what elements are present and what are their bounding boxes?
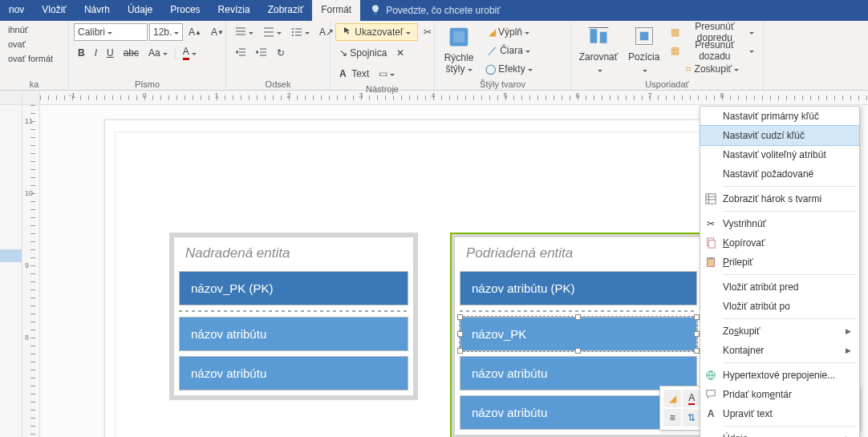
shapes-panel[interactable] (0, 105, 22, 437)
mini-fill-button[interactable]: ◢ (663, 390, 681, 407)
bold-button[interactable]: B (74, 44, 89, 62)
menu-set-primary-key[interactable]: Nastaviť primárny kľúč (700, 107, 859, 126)
tab-proces[interactable]: Proces (161, 0, 209, 21)
menu-group[interactable]: Zoskupiť▶ (700, 322, 859, 341)
ribbon-group-clipboard-label: ka (5, 78, 63, 89)
paste-icon (704, 256, 717, 269)
group-icon: ⌗ (686, 63, 692, 75)
shapesheet-icon (704, 192, 717, 205)
ribbon-group-font: Calibri 12b. A▲ A▼ B I U abc Aa A Písmo (69, 21, 226, 90)
tab-revizia[interactable]: Revízia (209, 0, 259, 21)
resize-handle-w[interactable] (457, 331, 463, 337)
pointer-tool-button[interactable]: Ukazovateľ (335, 23, 418, 41)
font-color-button[interactable]: A (179, 44, 201, 62)
rotate-text-button[interactable]: ↻ (273, 44, 289, 62)
menu-container[interactable]: Kontajner▶ (700, 341, 859, 360)
entity-parent[interactable]: Nadradená entita názov_PK (PK) názov atr… (169, 233, 418, 400)
horizontal-ruler[interactable]: -1 0 1 2 3 4 5 6 7 8 (40, 91, 868, 104)
svg-rect-11 (708, 241, 715, 249)
svg-rect-4 (453, 31, 464, 42)
menu-insert-attr-before[interactable]: Vložiť atribút pred (700, 277, 859, 297)
mini-autoconnect-button[interactable]: ⇅ (683, 409, 700, 427)
text-tool-button[interactable]: A Text (335, 65, 373, 83)
ribbon-group-clipboard: ihnúť ovať ovať formát ka (0, 21, 69, 90)
resize-handle-ne[interactable] (694, 314, 700, 320)
menu-cut[interactable]: ✂ Vystrihnúť (700, 214, 859, 233)
resize-handle-n[interactable] (575, 314, 581, 320)
comment-icon (704, 388, 717, 401)
entity-parent-title[interactable]: Nadradená entita (174, 237, 413, 266)
cut-tool-button[interactable]: ✂ (420, 23, 436, 41)
entity-parent-attr1[interactable]: názov atribútu (179, 317, 408, 351)
menu-insert-attr-after[interactable]: Vložiť atribút po (700, 297, 859, 316)
align-button[interactable]: Zarovnať (576, 23, 621, 76)
tab-nov[interactable]: nov (0, 0, 33, 21)
send-backward-button[interactable]: ▦ Presunúť dozadu (667, 42, 758, 59)
shape-fill-button[interactable]: ◢ Výplň (481, 23, 537, 41)
vertical-ruler[interactable]: 11 10 9 8 (22, 105, 40, 437)
font-name-dropdown[interactable]: Calibri (74, 23, 148, 41)
svg-rect-6 (600, 31, 607, 42)
cut-button[interactable]: ihnúť (5, 23, 56, 36)
decrease-font-button[interactable]: A▼ (207, 23, 228, 41)
entity-parent-pk[interactable]: názov_PK (PK) (179, 271, 408, 305)
font-size-dropdown[interactable]: 12b. (149, 23, 183, 41)
menu-copy[interactable]: Kopírovať (700, 233, 859, 253)
resize-handle-se[interactable] (694, 348, 700, 354)
ribbon-group-tools: Ukazovateľ ✂ ↘ Spojnica ✕ A Text ▭ Nástr… (331, 21, 435, 90)
menu-hyperlink[interactable]: Hypertextové prepojenie... (700, 366, 859, 385)
copy-button[interactable]: ovať (5, 38, 56, 51)
tab-udaje[interactable]: Údaje (119, 0, 161, 21)
tab-navrh[interactable]: Návrh (75, 0, 119, 21)
decrease-indent-button[interactable] (231, 44, 250, 62)
underline-button[interactable]: U (103, 44, 118, 62)
shape-effects-button[interactable]: ◯ Efekty (481, 60, 537, 78)
strikethrough-button[interactable]: abc (120, 44, 143, 62)
menu-paste[interactable]: Prilepiť (700, 253, 859, 272)
entity-child-title[interactable]: Podriadená entita (455, 237, 702, 266)
connection-point-button[interactable]: ✕ (392, 44, 408, 62)
entity-child-pk[interactable]: názov atribútu (PK) (460, 271, 697, 305)
workspace: 11 10 9 8 Nadradená entita názov_PK (PK)… (0, 105, 868, 437)
bring-forward-button[interactable]: ▦ Presunúť dopredu (667, 23, 758, 41)
menu-set-required[interactable]: Nastaviť požadované (700, 164, 859, 184)
tab-zobrazit[interactable]: Zobraziť (259, 0, 313, 21)
menu-set-foreign-key[interactable]: Nastaviť cudzí kľúč (700, 126, 859, 145)
connector-tool-button[interactable]: ↘ Spojnica (335, 44, 391, 62)
menu-show-shapesheet[interactable]: Zobraziť hárok s tvarmi (700, 189, 859, 208)
quick-styles-button[interactable]: Rýchleštýly (440, 23, 478, 76)
menu-data[interactable]: Údaje▶ (700, 429, 859, 437)
position-button[interactable]: Pozícia (624, 23, 663, 76)
menu-edit-text[interactable]: A Upraviť text (700, 404, 859, 423)
entity-parent-attr2[interactable]: názov atribútu (179, 356, 408, 390)
format-painter-button[interactable]: ovať formát (5, 52, 56, 65)
align-vertical-button[interactable] (259, 23, 286, 41)
svg-rect-13 (708, 257, 712, 260)
autoconnect-icon: ⇅ (688, 412, 696, 423)
shape-line-button[interactable]: ／ Čiara (481, 42, 537, 59)
entity-child-fk-selected[interactable]: názov_PK (460, 317, 697, 351)
tab-format[interactable]: Formát (312, 0, 360, 21)
bullets-button[interactable] (287, 23, 314, 41)
increase-indent-button[interactable] (252, 44, 271, 62)
scissors-icon: ✂ (424, 26, 432, 38)
ribbon-group-arrange: Zarovnať Pozícia ▦ Presunúť dopredu ▦ Pr… (571, 21, 764, 90)
menu-set-optional-attr[interactable]: Nastaviť voliteľný atribút (700, 145, 859, 164)
menu-add-comment[interactable]: Pridať komentár (700, 385, 859, 404)
group-button[interactable]: ⌗ Zoskupiť (667, 60, 758, 78)
resize-handle-e[interactable] (694, 331, 700, 337)
resize-handle-sw[interactable] (457, 348, 463, 354)
drawing-canvas[interactable]: Nadradená entita názov_PK (PK) názov atr… (40, 105, 868, 437)
increase-font-button[interactable]: A▲ (185, 23, 205, 41)
tab-vlozit[interactable]: Vložiť (33, 0, 75, 21)
rectangle-tool-button[interactable]: ▭ (375, 65, 399, 83)
tell-me-search[interactable]: Povedzte, čo chcete urobiť (360, 0, 510, 21)
italic-button[interactable]: I (91, 44, 101, 62)
resize-handle-nw[interactable] (457, 314, 463, 320)
mini-align-button[interactable]: ≡ (663, 409, 681, 427)
line-icon: ／ (488, 44, 497, 58)
align-horizontal-button[interactable] (231, 23, 258, 41)
resize-handle-s[interactable] (575, 348, 581, 354)
change-case-button[interactable]: Aa (144, 44, 172, 62)
mini-font-color-button[interactable]: A (683, 390, 700, 407)
